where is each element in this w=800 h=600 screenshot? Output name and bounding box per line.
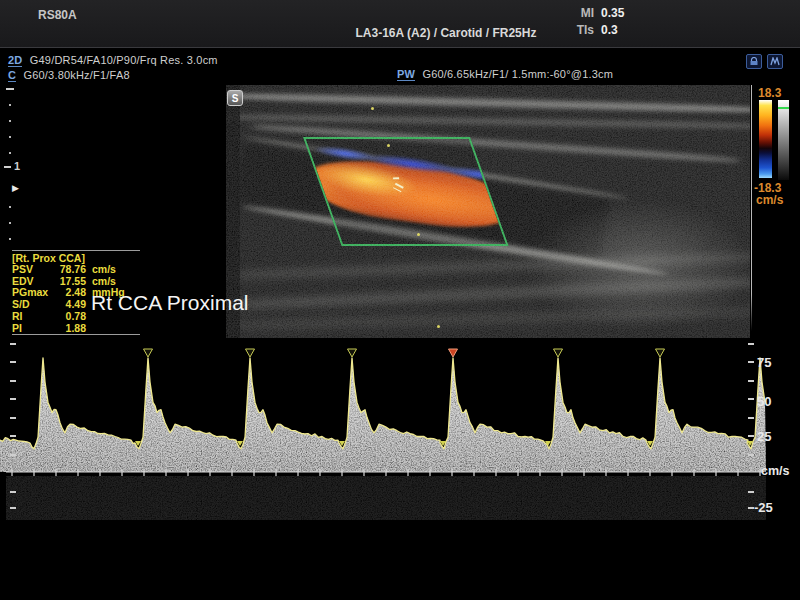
measure-status-icon[interactable] [767,54,783,69]
depth-dot [9,152,11,154]
velocity-label-50: 50 [757,394,771,409]
measurement-row: PI 1.88 [12,323,142,335]
colorbar-unit-label: cm/s [756,193,783,207]
graymap-marker [778,107,789,109]
header-bar: RS80A LA3-16A (A2) / Carotid / FR25Hz MI… [0,0,800,48]
selected-peak-marker-icon[interactable] [449,349,458,357]
depth-dot [9,222,11,224]
peak-marker-icon[interactable] [554,349,563,357]
system-name: RS80A [38,8,77,22]
tis-row: TIs 0.3 [556,22,666,39]
b-mode-settings: G49/DR54/FA10/P90/Frq Res. 3.0cm [30,54,218,66]
meas-value: 1.88 [50,323,86,335]
velocity-unit-label: cm/s [761,464,790,478]
panel-bottom-border [12,334,140,335]
tis-value: 0.3 [601,22,618,39]
focus-marker-icon[interactable]: ▶ [12,184,19,193]
speckle-overlay [226,85,750,338]
velocity-label-25: 25 [757,429,771,444]
b-mode-param-line: 2D G49/DR54/FA10/P90/Frq Res. 3.0cm [8,54,218,66]
depth-1cm-tick [4,166,11,168]
meas-unit: cm/s [92,264,116,276]
spectral-doppler-display [0,340,800,520]
color-mode-button[interactable]: C [8,69,16,82]
annotation-text[interactable]: Rt CCA Proximal [91,291,249,315]
depth-dot [9,238,11,240]
pw-settings: G60/6.65kHz/F1/ 1.5mm:-60°@1.3cm [422,68,613,80]
measurement-row: PSV 78.76 cm/s [12,264,142,276]
acoustic-output-indices: MI 0.35 TIs 0.3 [556,5,666,39]
depth-dot [9,120,11,122]
probe-exam-info: LA3-16A (A2) / Carotid / FR25Hz [296,26,596,40]
peak-marker-icon[interactable] [348,349,357,357]
color-doppler-bar [759,100,772,178]
meas-value: 0.78 [50,311,86,323]
color-settings: G60/3.80kHz/F1/FA8 [23,69,129,81]
color-mode-param-line: C G60/3.80kHz/F1/FA8 [8,69,130,81]
depth-tick [6,88,14,90]
grayscale-bar [778,100,789,180]
image-colorbar-divider [751,85,752,331]
colorbar-max-label: 18.3 [758,86,781,100]
meas-label: PSV [12,264,50,276]
lock-status-icon[interactable] [746,54,762,69]
meas-value: 78.76 [50,264,86,276]
peak-marker-icon[interactable] [656,349,665,357]
pw-mode-param-line: PW G60/6.65kHz/F1/ 1.5mm:-60°@1.3cm [397,68,613,80]
bmode-image: S [226,85,750,338]
velocity-label-neg25: -25 [754,500,773,515]
depth-dot [9,136,11,138]
peak-marker-icon[interactable] [144,349,153,357]
pw-mode-button[interactable]: PW [397,68,415,81]
depth-dot [9,104,11,106]
tis-label: TIs [556,22,594,39]
orientation-marker[interactable]: S [227,90,243,106]
depth-dot [9,206,11,208]
status-icons [746,54,783,69]
mi-value: 0.35 [601,5,624,22]
velocity-label-75: 75 [757,355,771,370]
depth-1cm-label: 1 [14,160,20,172]
meas-label: PI [12,323,50,335]
meas-label: RI [12,311,50,323]
mi-label: MI [556,5,594,22]
peak-marker-icon[interactable] [246,349,255,357]
mi-row: MI 0.35 [556,5,666,22]
b-mode-button[interactable]: 2D [8,54,22,67]
ultrasound-screen: RS80A LA3-16A (A2) / Carotid / FR25Hz MI… [0,0,800,600]
